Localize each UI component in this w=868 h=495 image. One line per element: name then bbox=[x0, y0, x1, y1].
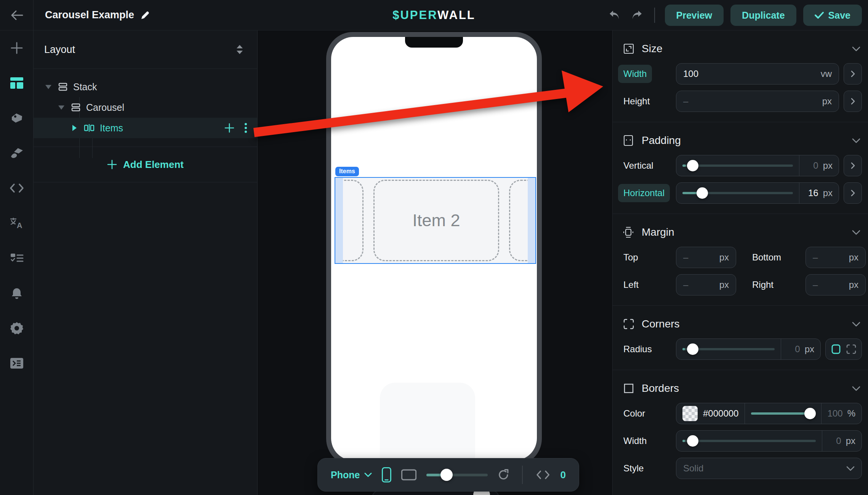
caret-down-icon[interactable] bbox=[43, 84, 53, 89]
slider-thumb[interactable] bbox=[804, 408, 816, 419]
size-icon bbox=[623, 43, 635, 54]
margin-icon bbox=[623, 227, 635, 238]
caret-down-icon[interactable] bbox=[56, 105, 66, 110]
ghost-element bbox=[380, 383, 475, 460]
margin-bottom-input[interactable]: – px bbox=[806, 247, 866, 268]
rail-styles-button[interactable] bbox=[0, 136, 34, 171]
height-expand-button[interactable] bbox=[844, 91, 862, 112]
canvas-area[interactable]: Items Item 2 Phone bbox=[258, 30, 612, 495]
selected-carousel-items[interactable]: Item 2 bbox=[335, 177, 536, 264]
tree-row-carousel[interactable]: Carousel bbox=[34, 97, 257, 118]
add-child-icon[interactable] bbox=[224, 123, 234, 133]
chevron-down-icon[interactable] bbox=[852, 138, 862, 143]
redo-button[interactable] bbox=[629, 8, 644, 23]
add-element-button[interactable]: Add Element bbox=[34, 147, 257, 182]
chevron-down-icon[interactable] bbox=[852, 230, 862, 235]
uniform-corners-icon[interactable] bbox=[831, 344, 841, 354]
corner-radius-slider[interactable] bbox=[676, 339, 781, 359]
border-width-slider[interactable] bbox=[676, 431, 822, 451]
carousel-item-next bbox=[509, 180, 528, 261]
terminal-icon bbox=[10, 358, 24, 369]
border-style-select[interactable]: Solid bbox=[676, 458, 862, 479]
border-color-label: Color bbox=[623, 408, 676, 419]
margin-left-value: – bbox=[683, 279, 719, 290]
phone-orientation-icon[interactable] bbox=[382, 467, 391, 483]
zoom-slider-thumb[interactable] bbox=[440, 469, 453, 481]
margin-left-label: Left bbox=[623, 279, 676, 290]
landscape-orientation-icon[interactable] bbox=[401, 469, 416, 481]
rail-code-button[interactable] bbox=[0, 171, 34, 206]
padding-indicator-left bbox=[335, 178, 343, 263]
device-select[interactable]: Phone bbox=[331, 469, 372, 481]
padding-icon bbox=[623, 135, 635, 146]
slider-thumb[interactable] bbox=[687, 160, 698, 171]
borders-section: Borders Color #000000 100 % bbox=[613, 370, 868, 489]
padding-horizontal-expand-button[interactable] bbox=[844, 182, 862, 204]
height-unit: px bbox=[822, 96, 832, 107]
zoom-slider[interactable] bbox=[426, 469, 487, 481]
slider-thumb[interactable] bbox=[697, 187, 708, 199]
individual-corners-icon[interactable] bbox=[846, 344, 856, 354]
undo-button[interactable] bbox=[607, 8, 622, 23]
refresh-icon[interactable] bbox=[498, 469, 509, 481]
phone-device-frame: Items Item 2 bbox=[326, 32, 542, 465]
margin-section: Margin Top – px Bottom – px Left – bbox=[613, 214, 868, 306]
selection-badge: Items bbox=[335, 167, 359, 176]
save-button[interactable]: Save bbox=[803, 5, 862, 26]
margin-left-input[interactable]: – px bbox=[676, 274, 736, 295]
caret-right-icon[interactable] bbox=[69, 125, 79, 131]
rail-settings-button[interactable] bbox=[0, 311, 34, 346]
phone-screen[interactable]: Items Item 2 bbox=[331, 37, 537, 460]
width-expand-button[interactable] bbox=[844, 63, 862, 85]
rail-tags-button[interactable] bbox=[0, 101, 34, 136]
border-color-picker[interactable]: #000000 bbox=[676, 403, 745, 424]
padding-horizontal-slider[interactable] bbox=[676, 183, 799, 203]
rail-checklist-button[interactable] bbox=[0, 241, 34, 276]
layout-panel-header: Layout bbox=[34, 30, 257, 69]
rail-terminal-button[interactable] bbox=[0, 346, 34, 381]
margin-right-unit: px bbox=[849, 279, 858, 290]
slider-thumb[interactable] bbox=[687, 343, 698, 355]
inspector-panel: Size Width 100 vw Height – px bbox=[612, 30, 868, 495]
bell-icon bbox=[11, 287, 23, 299]
rail-layout-button[interactable] bbox=[0, 65, 34, 101]
padding-section-title: Padding bbox=[642, 134, 852, 147]
slider-thumb[interactable] bbox=[687, 435, 698, 447]
carousel-item-label: Item 2 bbox=[375, 181, 498, 260]
border-style-label: Style bbox=[623, 463, 676, 474]
chevron-down-icon[interactable] bbox=[852, 46, 862, 51]
height-value: – bbox=[683, 96, 822, 107]
width-input[interactable]: 100 vw bbox=[676, 63, 839, 85]
code-icon bbox=[10, 183, 24, 193]
back-button[interactable] bbox=[0, 0, 34, 30]
code-view-icon[interactable] bbox=[536, 470, 550, 480]
top-bar: Carousel Example $UPERWALL Preview Dupli… bbox=[0, 0, 868, 30]
margin-top-input[interactable]: – px bbox=[676, 247, 736, 268]
more-options-icon[interactable] bbox=[244, 122, 247, 134]
duplicate-button[interactable]: Duplicate bbox=[730, 5, 796, 26]
layer-tree: Stack Carousel Items bbox=[34, 69, 257, 138]
border-opacity-value: 100 bbox=[828, 408, 843, 419]
height-input[interactable]: – px bbox=[676, 91, 839, 112]
padding-vertical-expand-button[interactable] bbox=[844, 155, 862, 176]
chevron-down-icon[interactable] bbox=[852, 322, 862, 327]
height-label: Height bbox=[623, 96, 676, 107]
rail-notifications-button[interactable] bbox=[0, 276, 34, 311]
tree-row-items[interactable]: Items bbox=[34, 118, 257, 138]
padding-vertical-slider[interactable] bbox=[676, 155, 799, 176]
preview-button[interactable]: Preview bbox=[665, 5, 724, 26]
topbar-divider bbox=[654, 8, 655, 23]
sort-icon[interactable] bbox=[236, 45, 243, 54]
color-swatch[interactable] bbox=[682, 406, 698, 421]
chevron-down-icon[interactable] bbox=[852, 386, 862, 391]
width-value: 100 bbox=[683, 69, 821, 79]
margin-right-input[interactable]: – px bbox=[806, 274, 866, 295]
border-opacity-slider[interactable] bbox=[745, 403, 821, 424]
border-opacity-unit: % bbox=[847, 408, 855, 419]
layout-templates-icon bbox=[10, 77, 23, 89]
edit-pencil-icon[interactable] bbox=[140, 10, 150, 20]
rail-localization-button[interactable]: A bbox=[0, 206, 34, 241]
tree-row-stack[interactable]: Stack bbox=[34, 77, 257, 97]
document-title: Carousel Example bbox=[45, 9, 134, 21]
rail-add-button[interactable] bbox=[0, 30, 34, 65]
